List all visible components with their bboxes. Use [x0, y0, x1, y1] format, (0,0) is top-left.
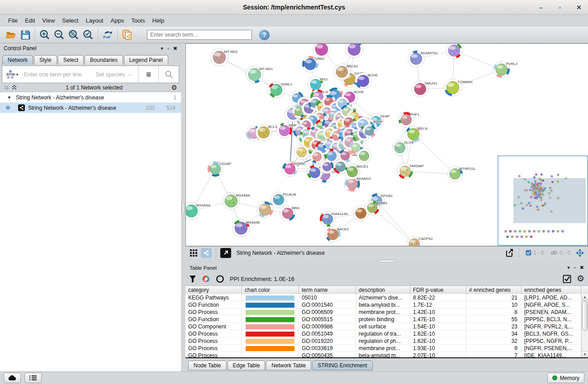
- open-folder-icon: [5, 30, 16, 39]
- network-canvas[interactable]: MT-ND2MT-ND1VSNL1GAB2IRS1CHATABCA1BCHEIL…: [185, 43, 588, 246]
- tab-legend-panel[interactable]: Legend Panel: [124, 55, 168, 65]
- refresh-button[interactable]: [100, 28, 115, 42]
- grid-view-button[interactable]: [188, 248, 199, 258]
- task-list-button[interactable]: [24, 373, 42, 383]
- birdseye-view[interactable]: [498, 155, 588, 246]
- table-row[interactable]: KEGG Pathways05010Alzheimer's dise...8.8…: [185, 294, 588, 301]
- expand-all-icon[interactable]: [11, 84, 17, 90]
- table-row[interactable]: GO FunctionGO:0001540beta-amyloid bi...1…: [185, 301, 588, 309]
- menu-tools[interactable]: Tools: [128, 15, 148, 27]
- table-row[interactable]: GO ProcessGO:0019220regulation of ph...1…: [185, 337, 588, 345]
- tab-style[interactable]: Style: [34, 55, 57, 65]
- ring-chart-icon[interactable]: [216, 275, 224, 283]
- tab-select[interactable]: Select: [58, 55, 84, 65]
- cell-enriched-genes: [PPP5C, BCL3, N...: [522, 316, 581, 323]
- panel-splitter[interactable]: [181, 43, 185, 371]
- minimize-button[interactable]: –: [537, 4, 545, 11]
- export-network-button[interactable]: [504, 248, 515, 258]
- panel-float-icon[interactable]: ▫: [574, 265, 576, 271]
- splitter-grip[interactable]: [182, 202, 185, 214]
- menu-select[interactable]: Select: [58, 15, 82, 27]
- column-header-chart-color[interactable]: chart color: [242, 286, 299, 294]
- panel-menu-icon[interactable]: ▾: [567, 265, 570, 271]
- string-protein-query-button[interactable]: STRING ▾: [2, 66, 21, 83]
- menu-edit[interactable]: Edit: [21, 15, 38, 27]
- close-button[interactable]: ✕: [575, 4, 583, 11]
- table-scrollbar[interactable]: ▲ ▼: [581, 294, 588, 357]
- tab-network-table[interactable]: Network Table: [266, 361, 311, 370]
- menu-apps[interactable]: Apps: [107, 15, 128, 27]
- gear-icon[interactable]: ⚙: [171, 84, 177, 91]
- tab-string-enrichment[interactable]: STRING Enrichment: [312, 361, 372, 370]
- memory-button[interactable]: Memory: [547, 373, 584, 383]
- menu-layout[interactable]: Layout: [82, 15, 107, 27]
- menu-help[interactable]: Help: [149, 15, 168, 27]
- select-checkbox-icon[interactable]: [563, 275, 571, 283]
- table-row[interactable]: GO ProcessGO:0033619membrane prot...1.93…: [185, 345, 588, 352]
- menu-view[interactable]: View: [38, 15, 58, 27]
- table-row[interactable]: GO FunctionGO:0005515protein binding1.47…: [185, 316, 588, 323]
- save-session-button[interactable]: [18, 28, 33, 42]
- table-row[interactable]: GO ComponentGO:0009986cell surface1.54E-…: [185, 323, 588, 330]
- horizontal-splitter[interactable]: [185, 259, 588, 263]
- column-header--enriched-genes[interactable]: # enriched genes: [466, 286, 522, 294]
- cell-fdr-p-value: 8.82E-22: [410, 294, 466, 301]
- scroll-up-icon[interactable]: ▲: [582, 294, 588, 300]
- enrichment-chart-icon[interactable]: [202, 275, 210, 283]
- chart-color-swatch: [246, 332, 294, 337]
- splitter-grip[interactable]: [379, 260, 394, 262]
- network-from-file-button[interactable]: [120, 28, 134, 42]
- scroll-down-icon[interactable]: ▼: [582, 351, 588, 357]
- string-query-placeholder[interactable]: Enter one term per line.: [24, 71, 83, 78]
- collapse-all-icon[interactable]: [4, 84, 9, 90]
- help-button[interactable]: ?: [259, 30, 270, 40]
- svg-text:STRING: STRING: [7, 73, 15, 76]
- cell-description: protein binding: [356, 316, 410, 323]
- menu-file[interactable]: File: [5, 15, 21, 27]
- task-history-button[interactable]: [4, 373, 21, 383]
- cell-enriched-gene-count: 7: [466, 352, 522, 358]
- column-header-term-name[interactable]: term name: [299, 286, 356, 294]
- column-header-category[interactable]: category: [185, 286, 242, 294]
- string-options-button[interactable]: ≡: [138, 66, 158, 83]
- table-row[interactable]: GO ProcessGO:0051049regulation of tra...…: [185, 330, 588, 337]
- filter-icon[interactable]: [189, 275, 196, 283]
- birdseye-toggle-button[interactable]: [220, 248, 231, 258]
- table-row[interactable]: GO ProcessGO:0006509membrane prot...1.42…: [185, 309, 588, 316]
- zoom-fit-button[interactable]: [66, 28, 81, 42]
- panel-menu-icon[interactable]: ▾: [161, 46, 163, 52]
- svg-text:SMUG1: SMUG1: [425, 81, 438, 85]
- string-search-button[interactable]: [158, 66, 179, 83]
- panel-close-icon[interactable]: ✖: [173, 46, 177, 52]
- tab-edge-table[interactable]: Edge Table: [228, 361, 266, 370]
- network-row[interactable]: String Network - Alzheimer's disease 100…: [0, 103, 181, 113]
- svg-text:DLG4: DLG4: [404, 140, 413, 145]
- panel-close-icon[interactable]: ✖: [580, 265, 584, 271]
- set-species-hint[interactable]: Set species →: [96, 71, 133, 78]
- zoom-out-button[interactable]: [52, 28, 66, 42]
- gear-icon[interactable]: ⚙: [577, 275, 584, 282]
- column-header-enriched-genes[interactable]: enriched genes: [522, 286, 581, 294]
- zoom-in-button[interactable]: [38, 28, 52, 42]
- column-header-fdr-p-value[interactable]: FDR p-value: [410, 286, 466, 294]
- memory-label: Memory: [560, 375, 579, 381]
- network-collection-row[interactable]: ▼ String Network - Alzheimer's disease 1: [0, 92, 181, 103]
- tab-node-table[interactable]: Node Table: [188, 361, 227, 370]
- panel-float-icon[interactable]: ▫: [167, 46, 169, 52]
- zoom-selected-button[interactable]: [81, 28, 95, 42]
- search-input[interactable]: [147, 30, 252, 40]
- column-header-description[interactable]: description: [356, 286, 410, 294]
- tab-network[interactable]: Network: [2, 55, 33, 65]
- string-view-button[interactable]: [201, 248, 212, 258]
- cell-fdr-p-value: 2.07E-10: [410, 352, 466, 358]
- scrollbar-thumb[interactable]: [582, 301, 588, 331]
- svg-text:MT-ND2: MT-ND2: [224, 50, 238, 54]
- expander-icon[interactable]: ▼: [7, 95, 11, 100]
- table-row[interactable]: GO ProcessGO:0050435beta-amyloid m...2.0…: [185, 352, 588, 358]
- node-count: 100: [146, 105, 155, 111]
- pan-navigation-button[interactable]: [574, 248, 585, 258]
- maximize-button[interactable]: ▫: [556, 4, 564, 11]
- open-session-button[interactable]: [4, 28, 18, 42]
- checkbox-icon[interactable]: [526, 250, 531, 256]
- tab-boundaries[interactable]: Boundaries: [85, 55, 123, 65]
